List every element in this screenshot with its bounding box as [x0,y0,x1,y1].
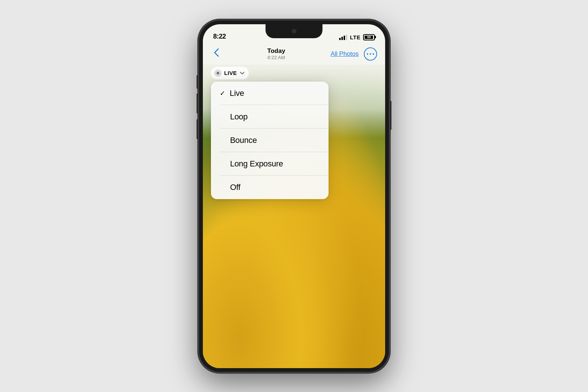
all-photos-button[interactable]: All Photos [330,50,359,58]
checkmark-icon: ✓ [220,89,225,97]
nav-title: Today [267,47,285,55]
dropdown-item-long-exposure[interactable]: Long Exposure [211,152,329,176]
navigation-bar: Today 8:22 AM All Photos [203,43,385,65]
signal-icon [339,35,347,40]
signal-bar-1 [339,38,341,40]
svg-point-3 [216,72,219,75]
phone-body: 8:22 LTE 99 [198,20,390,373]
battery-level: 99 [367,35,371,39]
dropdown-item-bounce[interactable]: Bounce [211,129,329,152]
notch [266,24,323,38]
live-label: LIVE [224,70,237,76]
more-options-button[interactable] [364,47,377,61]
status-right-icons: LTE 99 [339,34,375,40]
dropdown-item-live[interactable]: ✓ Live [211,82,329,105]
signal-bar-4 [346,35,347,40]
nav-subtitle: 8:22 AM [267,55,285,60]
dropdown-item-bounce-label: Bounce [230,136,257,145]
nav-right-actions: All Photos [330,47,377,61]
nav-center: Today 8:22 AM [267,47,285,60]
lte-label: LTE [350,34,361,40]
live-photo-button-area: LIVE [211,67,249,79]
dropdown-item-off[interactable]: Off [211,176,329,199]
live-photo-button[interactable]: LIVE [211,67,249,79]
live-chevron-icon [240,70,244,76]
svg-point-1 [370,53,371,55]
dropdown-item-loop-label: Loop [230,112,248,122]
battery-body: 99 [363,34,375,40]
signal-bar-2 [341,37,343,40]
power-button[interactable] [390,101,391,130]
dropdown-item-loop[interactable]: Loop [211,105,329,129]
signal-bar-3 [344,36,345,40]
svg-point-2 [373,53,374,55]
live-photo-icon [214,69,222,77]
svg-point-0 [367,53,368,55]
status-time: 8:22 [213,33,226,40]
dropdown-item-long-exposure-label: Long Exposure [230,159,283,169]
dropdown-item-live-label: Live [230,89,244,98]
phone-screen: 8:22 LTE 99 [203,24,385,368]
phone-frame-wrapper: 8:22 LTE 99 [198,20,390,373]
live-photo-dropdown: ✓ Live Loop Bounce Long Exposure Off [211,82,329,199]
dropdown-item-off-label: Off [230,183,240,192]
front-camera [292,29,296,33]
back-button[interactable] [211,47,222,61]
battery-icon: 99 [363,34,375,40]
